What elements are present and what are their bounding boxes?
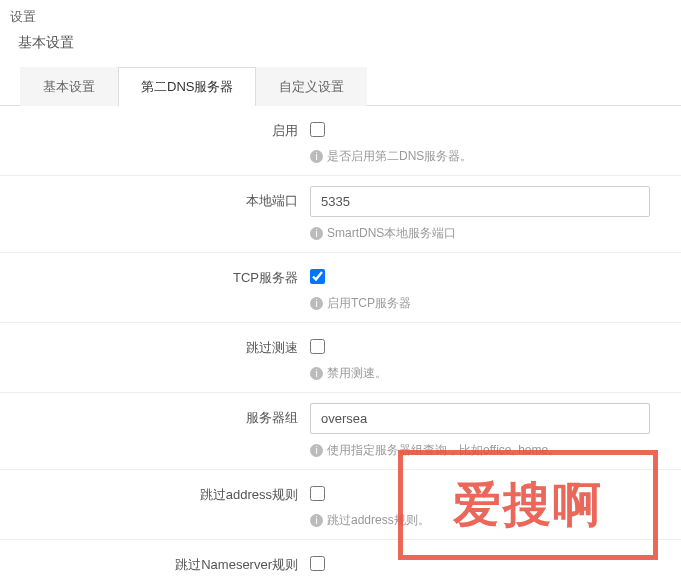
hint-enable: i是否启用第二DNS服务器。 xyxy=(310,148,661,165)
checkbox-skip-address[interactable] xyxy=(310,486,325,501)
checkbox-skip-speed[interactable] xyxy=(310,339,325,354)
label-skip-speed: 跳过测速 xyxy=(0,333,310,382)
info-icon: i xyxy=(310,444,323,457)
info-icon: i xyxy=(310,150,323,163)
label-tcp-server: TCP服务器 xyxy=(0,263,310,312)
page-title: 设置 xyxy=(0,0,681,30)
tabs: 基本设置 第二DNS服务器 自定义设置 xyxy=(0,66,681,106)
tab-custom-settings[interactable]: 自定义设置 xyxy=(256,67,367,106)
info-icon: i xyxy=(310,227,323,240)
info-icon: i xyxy=(310,367,323,380)
label-server-group: 服务器组 xyxy=(0,403,310,459)
hint-local-port: iSmartDNS本地服务端口 xyxy=(310,225,661,242)
checkbox-skip-nameserver[interactable] xyxy=(310,556,325,571)
input-local-port[interactable] xyxy=(310,186,650,217)
row-skip-nameserver: 跳过Nameserver规则 i跳过Nameserver规则。 xyxy=(0,540,681,583)
hint-skip-speed: i禁用测速。 xyxy=(310,365,661,382)
settings-form: 启用 i是否启用第二DNS服务器。 本地端口 iSmartDNS本地服务端口 T… xyxy=(0,106,681,583)
checkbox-enable[interactable] xyxy=(310,122,325,137)
label-local-port: 本地端口 xyxy=(0,186,310,242)
hint-skip-address: i跳过address规则。 xyxy=(310,512,661,529)
row-enable: 启用 i是否启用第二DNS服务器。 xyxy=(0,106,681,176)
info-icon: i xyxy=(310,297,323,310)
row-server-group: 服务器组 i使用指定服务器组查询，比如office, home。 xyxy=(0,393,681,470)
label-enable: 启用 xyxy=(0,116,310,165)
row-skip-speed: 跳过测速 i禁用测速。 xyxy=(0,323,681,393)
section-title: 基本设置 xyxy=(0,30,681,66)
tab-basic-settings[interactable]: 基本设置 xyxy=(20,67,118,106)
hint-tcp-server: i启用TCP服务器 xyxy=(310,295,661,312)
row-local-port: 本地端口 iSmartDNS本地服务端口 xyxy=(0,176,681,253)
info-icon: i xyxy=(310,514,323,527)
tab-second-dns[interactable]: 第二DNS服务器 xyxy=(118,67,256,106)
hint-server-group: i使用指定服务器组查询，比如office, home。 xyxy=(310,442,661,459)
row-tcp-server: TCP服务器 i启用TCP服务器 xyxy=(0,253,681,323)
checkbox-tcp-server[interactable] xyxy=(310,269,325,284)
input-server-group[interactable] xyxy=(310,403,650,434)
label-skip-nameserver: 跳过Nameserver规则 xyxy=(0,550,310,583)
label-skip-address: 跳过address规则 xyxy=(0,480,310,529)
row-skip-address: 跳过address规则 i跳过address规则。 xyxy=(0,470,681,540)
